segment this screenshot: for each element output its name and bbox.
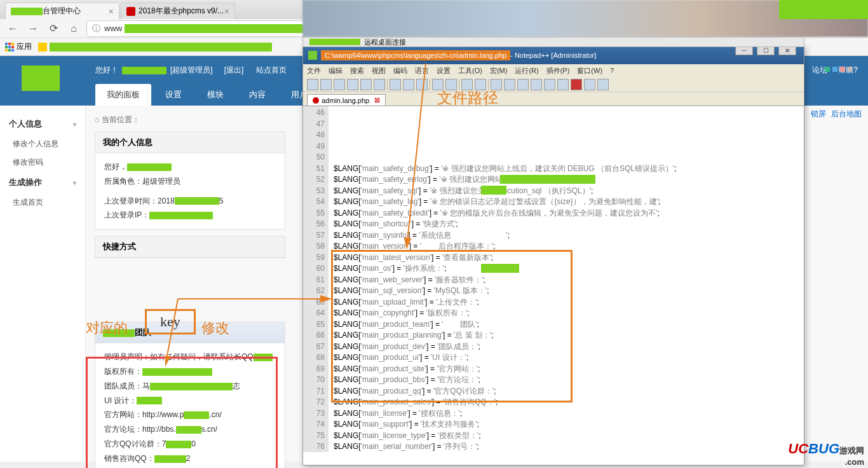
annotation-red-box bbox=[86, 357, 278, 468]
saveall-icon[interactable] bbox=[347, 79, 358, 90]
watermark: UCBUG游戏网 .com bbox=[788, 441, 864, 467]
copy-icon[interactable] bbox=[403, 79, 414, 90]
tab-module[interactable]: 模块 bbox=[196, 84, 235, 106]
zoom-out-icon[interactable] bbox=[504, 79, 515, 90]
text: 所属角色：超级管理员 bbox=[104, 174, 276, 189]
tab-phpcms[interactable]: 2018年最全phpcms v9/... × bbox=[121, 3, 235, 19]
apps-label: 应用 bbox=[17, 41, 32, 52]
sidebar-edit-profile[interactable]: 修改个人信息 bbox=[0, 135, 85, 153]
menu-window[interactable]: 窗口(W) bbox=[577, 66, 602, 76]
panel-profile: 我的个人信息 您好， 所属角色：超级管理员 上次登录时间：20185 上次登录I… bbox=[95, 132, 285, 230]
menu-run[interactable]: 运行(R) bbox=[515, 66, 538, 76]
sidebar: 个人信息▾ 修改个人信息 修改密码 生成操作▾ 生成首页 bbox=[0, 106, 86, 462]
tab-title: 2018年最全phpcms v9/... bbox=[139, 6, 224, 17]
sidebar-heading-generate[interactable]: 生成操作▾ bbox=[0, 172, 85, 193]
new-icon[interactable] bbox=[307, 79, 318, 90]
panel-title: 我的个人信息 bbox=[95, 132, 285, 153]
chevron-down-icon: ▾ bbox=[73, 179, 76, 186]
tab-settings[interactable]: 设置 bbox=[154, 84, 193, 106]
menu-language[interactable]: 语言 bbox=[415, 66, 429, 76]
text: 上次登录IP： bbox=[104, 210, 149, 219]
title-suffix: - Notepad++ [Administrator] bbox=[510, 52, 596, 59]
text: 5 bbox=[219, 196, 224, 205]
reload-button[interactable]: ⟳ bbox=[46, 21, 61, 36]
text: 上次登录时间：2018 bbox=[104, 196, 175, 205]
forward-button[interactable]: → bbox=[25, 21, 41, 36]
home-button[interactable]: ⌂ bbox=[66, 21, 81, 36]
sidebar-generate-home[interactable]: 生成首页 bbox=[0, 193, 85, 212]
sidebar-change-password[interactable]: 修改密码 bbox=[0, 153, 85, 172]
symbols-icon[interactable] bbox=[531, 79, 542, 90]
logout-link[interactable]: [退出] bbox=[224, 65, 244, 74]
npp-toolbar bbox=[303, 77, 804, 92]
paste-icon[interactable] bbox=[416, 79, 428, 90]
text: 您好， bbox=[104, 162, 127, 171]
home-icon: ⌂ bbox=[95, 115, 99, 124]
panel-shortcut: 快捷方式 bbox=[95, 236, 285, 258]
site-index-link[interactable]: 站点首页 bbox=[256, 65, 287, 74]
url-text: www bbox=[104, 24, 122, 33]
menu-tools[interactable]: 工具(O) bbox=[458, 66, 482, 76]
menu-view[interactable]: 视图 bbox=[372, 66, 386, 76]
apps-button[interactable]: 应用 bbox=[5, 41, 32, 52]
stop-icon[interactable] bbox=[597, 79, 609, 90]
modified-icon bbox=[313, 97, 319, 104]
close-icon[interactable]: × bbox=[224, 6, 229, 17]
wrap-icon[interactable] bbox=[517, 79, 529, 90]
back-button[interactable]: ← bbox=[5, 21, 20, 36]
remote-desktop-title: 远程桌面连接 bbox=[302, 37, 804, 47]
logo bbox=[22, 65, 60, 91]
tab-title: 台管理中心 bbox=[43, 6, 81, 17]
folder-icon bbox=[38, 43, 47, 52]
menu-file[interactable]: 文件 bbox=[307, 66, 321, 76]
chevron-down-icon: ▾ bbox=[73, 121, 76, 128]
sitemap-link[interactable]: 后台地图 bbox=[831, 109, 862, 118]
close-icon[interactable]: × bbox=[109, 6, 114, 17]
play-icon[interactable] bbox=[584, 79, 595, 90]
print-icon[interactable] bbox=[374, 79, 385, 90]
panel-title: 快捷方式 bbox=[95, 237, 285, 258]
lockscreen-link[interactable]: 锁屏 bbox=[811, 109, 826, 118]
close-icon[interactable] bbox=[360, 79, 372, 90]
menu-encoding[interactable]: 编码 bbox=[393, 66, 407, 76]
title-path: C:\wamp64\www\phpcms\languages\zh-cn\adm… bbox=[321, 50, 510, 60]
npp-titlebar[interactable]: C:\wamp64\www\phpcms\languages\zh-cn\adm… bbox=[303, 46, 804, 64]
fold-icon[interactable] bbox=[544, 79, 555, 90]
tab-my-panel[interactable]: 我的面板 bbox=[95, 84, 151, 106]
tab-admin[interactable]: 台管理中心 × bbox=[5, 3, 119, 19]
cut-icon[interactable] bbox=[390, 79, 401, 90]
npp-file-tabs: admin.lang.php⊠ bbox=[303, 92, 804, 106]
sidebar-heading-profile[interactable]: 个人信息▾ bbox=[0, 113, 85, 135]
annotation-filepath: 文件路径 bbox=[437, 88, 498, 108]
greeting-text: 您好！ bbox=[95, 65, 118, 76]
record-icon[interactable] bbox=[571, 79, 582, 90]
bookmark-folder[interactable] bbox=[38, 43, 272, 52]
menu-search[interactable]: 搜索 bbox=[350, 66, 364, 76]
annotation-modify: 修改 bbox=[201, 319, 229, 338]
tab-content[interactable]: 内容 bbox=[238, 84, 277, 106]
annotation-code-box bbox=[331, 250, 573, 403]
open-icon[interactable] bbox=[320, 79, 332, 90]
menu-plugins[interactable]: 插件(P) bbox=[546, 66, 570, 76]
annotation-key-box: key bbox=[145, 309, 196, 334]
unfold-icon[interactable] bbox=[557, 79, 569, 90]
menu-help[interactable]: ? bbox=[610, 67, 614, 74]
menu-macro[interactable]: 宏(M) bbox=[490, 66, 508, 76]
close-icon[interactable]: ⊠ bbox=[374, 96, 380, 104]
save-icon[interactable] bbox=[334, 79, 345, 90]
annotation-label: 对应的 bbox=[86, 319, 128, 338]
npp-icon bbox=[308, 51, 317, 60]
notepadpp-window: C:\wamp64\www\phpcms\languages\zh-cn\adm… bbox=[302, 46, 804, 465]
favicon-icon bbox=[126, 7, 135, 16]
file-tab-admin-lang[interactable]: admin.lang.php⊠ bbox=[307, 94, 386, 106]
menu-edit[interactable]: 编辑 bbox=[329, 66, 342, 76]
npp-menubar: 文件 编辑 搜索 视图 编码 语言 设置 工具(O) 宏(M) 运行(R) 插件… bbox=[303, 64, 804, 77]
menu-settings[interactable]: 设置 bbox=[437, 66, 451, 76]
role-label: [超级管理员] bbox=[170, 65, 213, 76]
